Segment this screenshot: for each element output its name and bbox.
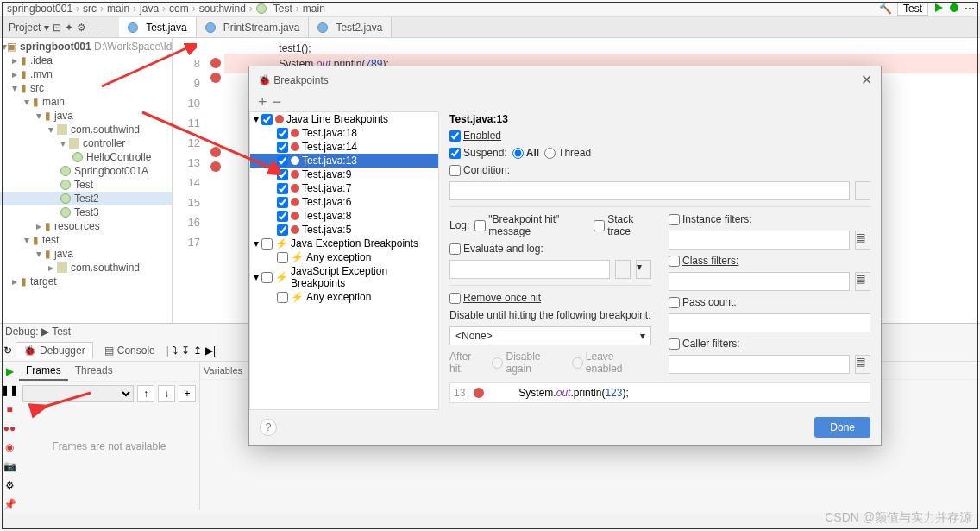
enabled-checkbox[interactable]: Enabled (449, 130, 501, 142)
browse-icon[interactable]: ▤ (855, 231, 870, 250)
tree-class[interactable]: Test3 (0, 205, 172, 219)
instance-filters-checkbox[interactable]: Instance filters: (669, 213, 752, 225)
run-config-select[interactable]: Test (897, 2, 928, 16)
project-tool-window-tab[interactable]: Project ▾ ⊟ ✦ ⚙ — (0, 17, 109, 37)
line-number[interactable]: 15 (173, 193, 200, 212)
editor-tab[interactable]: Test2.java (309, 17, 392, 37)
instance-filters-input[interactable] (669, 231, 850, 250)
run-to-cursor-icon[interactable]: ▶| (205, 345, 216, 357)
pause-icon[interactable]: ❚❚ (1, 384, 18, 396)
expand-icon[interactable] (615, 260, 631, 279)
suspend-thread-radio[interactable]: Thread (544, 147, 591, 159)
tree-folder[interactable]: ▾▮test (0, 233, 172, 247)
disable-again-radio[interactable]: Disable again (492, 351, 566, 375)
run-icon[interactable] (933, 3, 944, 16)
tree-class[interactable]: Test2 (0, 192, 172, 205)
console-tab[interactable]: ▤Console (97, 342, 163, 359)
eval-checkbox[interactable]: Evaluate and log: (449, 243, 543, 255)
pass-count-input[interactable] (669, 313, 870, 332)
settings-icon[interactable]: ⚙ (5, 479, 15, 491)
bp-checkbox[interactable] (277, 183, 288, 194)
gear-icon[interactable]: ⚙ (77, 22, 86, 34)
expand-icon[interactable] (855, 181, 870, 200)
bp-group-checkbox[interactable] (261, 238, 273, 250)
class-filters-checkbox[interactable]: Class filters: (669, 255, 738, 267)
view-breakpoints-icon[interactable]: ●● (3, 422, 16, 434)
pin-icon[interactable]: 📌 (3, 498, 16, 510)
bp-item[interactable]: Test.java:6 (250, 195, 438, 209)
threads-tab[interactable]: Threads (68, 362, 120, 381)
frames-tab[interactable]: Frames (19, 362, 68, 381)
caller-filters-checkbox[interactable]: Caller filters: (669, 338, 740, 350)
breakpoint-icon[interactable] (210, 73, 221, 83)
add-frame-button[interactable]: + (179, 385, 196, 402)
disable-until-select[interactable]: <None>▾ (449, 326, 651, 345)
bp-checkbox[interactable] (277, 224, 288, 236)
stop-icon[interactable]: ■ (6, 403, 12, 415)
condition-input[interactable] (449, 181, 850, 200)
leave-enabled-radio[interactable]: Leave enabled (572, 351, 651, 375)
bp-checkbox[interactable] (277, 197, 288, 208)
bp-item[interactable]: Test.java:8 (250, 209, 438, 223)
settings-icon[interactable]: ✦ (65, 22, 73, 34)
bc-item[interactable]: com (169, 3, 189, 15)
tree-folder[interactable]: ▸▮resources (0, 219, 172, 233)
browse-icon[interactable]: ▤ (855, 272, 870, 291)
close-icon[interactable]: ✕ (861, 72, 872, 88)
bp-checkbox[interactable] (277, 252, 288, 263)
resume-icon[interactable]: ▶ (6, 365, 14, 377)
tree-folder[interactable]: ▾▮java (0, 247, 172, 261)
stack-checkbox[interactable]: Stack trace (594, 213, 651, 237)
bc-item[interactable]: southwind (199, 3, 246, 15)
step-into-icon[interactable]: ↧ (181, 345, 190, 357)
line-number[interactable]: 16 (173, 212, 200, 232)
bp-group[interactable]: ▾ ⚡ JavaScript Exception Breakpoints (250, 264, 438, 290)
bc-item[interactable]: Test (273, 3, 292, 15)
eval-input[interactable] (449, 260, 610, 279)
browse-icon[interactable]: ▤ (855, 355, 870, 374)
step-out-icon[interactable]: ↥ (193, 345, 202, 357)
breakpoint-gutter[interactable] (207, 38, 224, 323)
editor-tab[interactable]: Test.java (119, 17, 196, 37)
more-icon[interactable]: ⋯ (964, 3, 975, 15)
step-over-icon[interactable]: ⤵ (173, 345, 178, 357)
class-filters-input[interactable] (669, 272, 850, 291)
bp-item[interactable]: ⚡ Any exception (250, 250, 438, 264)
bp-checkbox[interactable] (277, 211, 288, 222)
bp-item[interactable]: Test.java:5 (250, 223, 438, 237)
bp-item[interactable]: ⚡ Any exception (250, 290, 438, 304)
bp-group[interactable]: ▾ ⚡ Java Exception Breakpoints (250, 237, 438, 250)
debug-icon[interactable] (949, 3, 959, 16)
line-number[interactable]: 17 (173, 232, 200, 252)
help-button[interactable]: ? (260, 419, 277, 436)
breakpoint-icon[interactable] (210, 58, 221, 68)
bp-item[interactable]: Test.java:7 (250, 181, 438, 195)
next-frame-button[interactable]: ↓ (158, 385, 175, 402)
bc-item[interactable]: java (140, 3, 159, 15)
suspend-checkbox[interactable]: Suspend: (449, 147, 507, 159)
prev-frame-button[interactable]: ↑ (137, 385, 154, 402)
build-icon[interactable]: 🔨 (879, 3, 892, 15)
debugger-tab[interactable]: 🐞Debugger (16, 342, 93, 359)
condition-checkbox[interactable]: Condition: (449, 164, 510, 176)
tree-folder[interactable]: ▾▮main (0, 95, 172, 109)
bp-checkbox[interactable] (277, 292, 288, 303)
bp-group-checkbox[interactable] (261, 272, 273, 283)
camera-icon[interactable]: 📷 (3, 460, 16, 472)
bc-item[interactable]: src (83, 3, 97, 15)
bp-hit-checkbox[interactable]: "Breakpoint hit" message (474, 213, 588, 237)
hide-icon[interactable]: — (90, 22, 100, 34)
collapse-icon[interactable]: ⊟ (53, 22, 61, 34)
bc-item[interactable]: main (107, 3, 129, 15)
caller-filters-input[interactable] (669, 355, 850, 374)
tree-folder[interactable]: ▸▮target (0, 275, 172, 288)
editor-tab[interactable]: PrintStream.java (197, 17, 310, 37)
done-button[interactable]: Done (814, 417, 870, 438)
bc-item[interactable]: main (303, 3, 325, 15)
bc-item[interactable]: springboot001 (7, 3, 72, 15)
tree-package[interactable]: ▸com.southwind (0, 261, 172, 275)
tree-class[interactable]: Test (0, 178, 172, 192)
remove-once-checkbox[interactable]: Remove once hit (449, 292, 541, 304)
rerun-icon[interactable]: ↻ (3, 345, 12, 357)
suspend-all-radio[interactable]: All (512, 147, 539, 159)
